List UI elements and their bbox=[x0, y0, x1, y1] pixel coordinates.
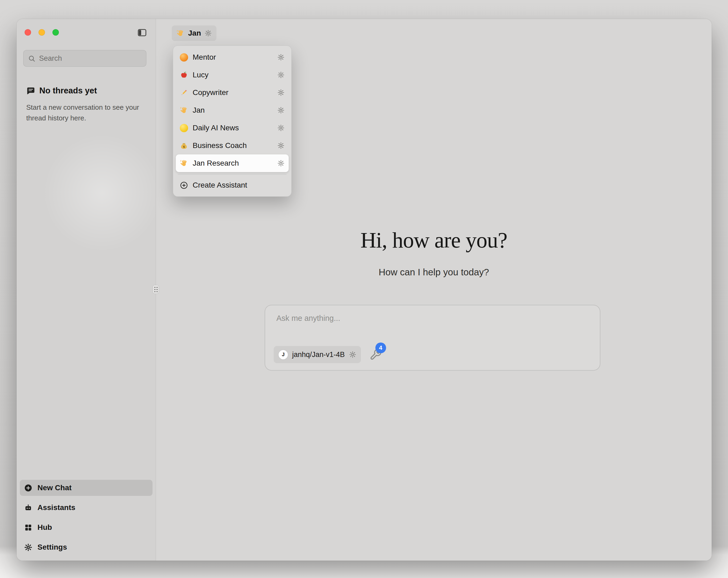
menu-item-label: Jan Research bbox=[192, 159, 272, 168]
window-controls bbox=[25, 29, 59, 35]
model-selector-chip[interactable]: J janhq/Jan-v1-4B bbox=[274, 346, 361, 363]
gear-icon[interactable] bbox=[277, 124, 285, 132]
gear-icon[interactable] bbox=[277, 71, 285, 79]
assistant-menu: Mentor Lucy Copywriter Jan Daily AI News bbox=[173, 46, 292, 197]
create-assistant-item[interactable]: Create Assistant bbox=[176, 177, 289, 194]
composer-toolbar: J janhq/Jan-v1-4B 4 bbox=[274, 346, 382, 363]
nav-item-label: New Chat bbox=[37, 483, 72, 492]
pencil-icon bbox=[180, 89, 188, 97]
empty-state-description: Start a new conversation to see your thr… bbox=[26, 102, 142, 124]
money-bag-icon bbox=[180, 142, 188, 150]
apple-icon bbox=[180, 71, 188, 79]
plus-circle-icon bbox=[24, 484, 32, 492]
sidebar-resize-handle[interactable] bbox=[153, 285, 159, 294]
wave-hand-icon bbox=[180, 106, 188, 115]
tools-count-badge: 4 bbox=[375, 343, 386, 353]
app-window: No threads yet Start a new conversation … bbox=[17, 19, 712, 561]
assistant-menu-item-lucy[interactable]: Lucy bbox=[176, 66, 289, 84]
menu-item-label: Create Assistant bbox=[192, 181, 247, 190]
grip-dots-icon bbox=[154, 287, 158, 292]
assistant-menu-item-mentor[interactable]: Mentor bbox=[176, 48, 289, 66]
assistant-menu-item-copywriter[interactable]: Copywriter bbox=[176, 84, 289, 101]
menu-item-label: Mentor bbox=[192, 53, 272, 61]
yellow-circle-icon bbox=[180, 124, 188, 132]
nav-item-label: Hub bbox=[37, 523, 52, 532]
zoom-window-button[interactable] bbox=[52, 29, 59, 35]
assistant-menu-item-jan[interactable]: Jan bbox=[176, 101, 289, 119]
gear-icon bbox=[24, 543, 32, 552]
main-area: Jan Mentor Lucy Copywriter Jan bbox=[156, 19, 712, 561]
gear-icon[interactable] bbox=[277, 89, 285, 96]
sidebar-item-hub[interactable]: Hub bbox=[20, 520, 153, 535]
assistant-menu-item-daily-ai-news[interactable]: Daily AI News bbox=[176, 119, 289, 137]
close-window-button[interactable] bbox=[25, 29, 31, 35]
assistant-menu-item-jan-research[interactable]: Jan Research bbox=[176, 154, 289, 172]
search-icon bbox=[28, 55, 35, 62]
gear-icon[interactable] bbox=[277, 142, 285, 149]
bot-icon bbox=[24, 504, 32, 512]
menu-item-label: Lucy bbox=[192, 71, 272, 79]
search-input[interactable] bbox=[39, 54, 142, 62]
hero-subtitle: How can I help you today? bbox=[156, 267, 712, 277]
empty-state: No threads yet Start a new conversation … bbox=[26, 86, 144, 124]
nav-item-label: Settings bbox=[37, 543, 67, 552]
wave-hand-icon bbox=[180, 159, 188, 168]
gear-icon[interactable] bbox=[277, 106, 285, 114]
sidebar-item-assistants[interactable]: Assistants bbox=[20, 500, 153, 516]
model-settings-gear-icon[interactable] bbox=[349, 351, 356, 358]
sidebar-item-new-chat[interactable]: New Chat bbox=[20, 480, 153, 496]
hero-title: Hi, how are you? bbox=[156, 229, 712, 251]
menu-item-label: Copywriter bbox=[192, 88, 272, 97]
gear-icon[interactable] bbox=[277, 53, 285, 61]
gear-icon[interactable] bbox=[277, 159, 285, 167]
assistant-name: Jan bbox=[188, 29, 201, 37]
sidebar-toggle-button[interactable] bbox=[137, 28, 147, 38]
sidebar-item-settings[interactable]: Settings bbox=[20, 539, 153, 555]
menu-item-label: Daily AI News bbox=[192, 124, 272, 132]
tools-button[interactable]: 4 bbox=[369, 348, 382, 361]
sidebar: No threads yet Start a new conversation … bbox=[17, 19, 156, 561]
chat-bubble-icon bbox=[26, 86, 35, 95]
plus-circle-outline-icon bbox=[180, 181, 188, 190]
orange-circle-icon bbox=[180, 53, 188, 61]
welcome-block: Hi, how are you? How can I help you toda… bbox=[156, 229, 712, 277]
assistant-menu-item-business-coach[interactable]: Business Coach bbox=[176, 137, 289, 154]
wave-hand-icon bbox=[176, 29, 185, 37]
search-bar[interactable] bbox=[23, 50, 146, 67]
chat-input[interactable] bbox=[277, 314, 589, 337]
nav-item-label: Assistants bbox=[37, 503, 75, 512]
assistant-settings-gear-icon[interactable] bbox=[204, 29, 212, 37]
model-name: janhq/Jan-v1-4B bbox=[292, 351, 345, 359]
panel-left-icon bbox=[137, 28, 147, 38]
assistant-switcher-button[interactable]: Jan bbox=[172, 25, 216, 41]
menu-item-label: Jan bbox=[192, 106, 272, 115]
blocks-icon bbox=[24, 523, 32, 532]
model-avatar: J bbox=[278, 350, 288, 360]
sidebar-nav: New Chat Assistants Hub Settings bbox=[20, 480, 153, 555]
chat-composer: J janhq/Jan-v1-4B 4 bbox=[265, 305, 600, 371]
empty-state-title: No threads yet bbox=[39, 86, 97, 96]
menu-item-label: Business Coach bbox=[192, 141, 272, 150]
minimize-window-button[interactable] bbox=[38, 29, 45, 35]
